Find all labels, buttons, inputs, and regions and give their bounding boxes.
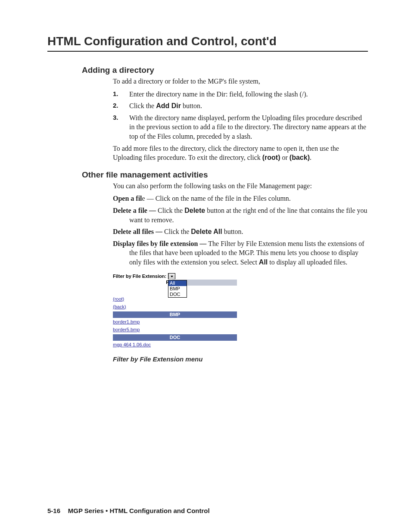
filter-label: Filter by File Extension: (113, 274, 166, 279)
add-dir-label: Add Dir (156, 102, 181, 109)
ext-bar-doc: DOC (113, 334, 237, 341)
page-footer: 5-16 MGP Series • HTML Configuration and… (47, 507, 210, 515)
step-number: 2. (113, 101, 129, 111)
filter-screenshot: Filter by File Extension: All All BMP DO… (113, 273, 237, 348)
figure-caption: Filter by File Extension menu (113, 355, 368, 363)
step-2: 2. Click the Add Dir button. (113, 101, 368, 111)
item-open-file: Open a file — Click on the name of the f… (113, 194, 368, 203)
adddir-note: To add more files to the directory, clic… (113, 144, 368, 162)
step-text: Enter the directory name in the Dir: fie… (129, 90, 368, 99)
step-text: Click the Add Dir button. (129, 101, 368, 111)
file-link[interactable]: border5.bmp (113, 326, 237, 333)
step-number: 3. (113, 113, 129, 141)
filter-option-bmp[interactable]: BMP (168, 286, 187, 292)
page-title: HTML Configuration and Control, cont'd (47, 34, 368, 48)
step-1: 1. Enter the directory name in the Dir: … (113, 90, 368, 99)
item-delete-file: Delete a file — Click the Delete button … (113, 206, 368, 224)
link-back[interactable]: (back) (113, 303, 237, 311)
filter-option-doc[interactable]: DOC (168, 292, 187, 297)
heading-adding-directory: Adding a directory (82, 65, 368, 75)
step-number: 1. (113, 90, 129, 99)
files-header-prefix: Fil (113, 280, 172, 285)
footer-text: MGP Series • HTML Configuration and Cont… (68, 507, 210, 514)
title-rule (47, 51, 368, 52)
page-number: 5-16 (47, 507, 60, 514)
item-delete-all: Delete all files — Click the Delete All … (113, 227, 368, 236)
step-3: 3. With the directory name displayed, pe… (113, 113, 368, 141)
item-display-by-ext: Display files by file extension — The Fi… (113, 239, 368, 267)
adddir-intro: To add a directory or folder to the MGP'… (113, 77, 368, 86)
other-intro: You can also perform the following tasks… (113, 181, 368, 191)
file-link[interactable]: border1.bmp (113, 318, 237, 326)
step-text: With the directory name displayed, perfo… (129, 113, 368, 141)
ext-bar-bmp: BMP (113, 311, 237, 318)
filter-option-all[interactable]: All (168, 280, 187, 286)
filter-dropdown[interactable]: All (168, 273, 175, 279)
heading-other-activities: Other file management activities (82, 170, 368, 180)
chevron-down-icon[interactable] (168, 274, 175, 280)
file-link[interactable]: mgp 464 1.06.doc (113, 341, 237, 348)
filter-dropdown-list[interactable]: All BMP DOC (168, 280, 187, 298)
